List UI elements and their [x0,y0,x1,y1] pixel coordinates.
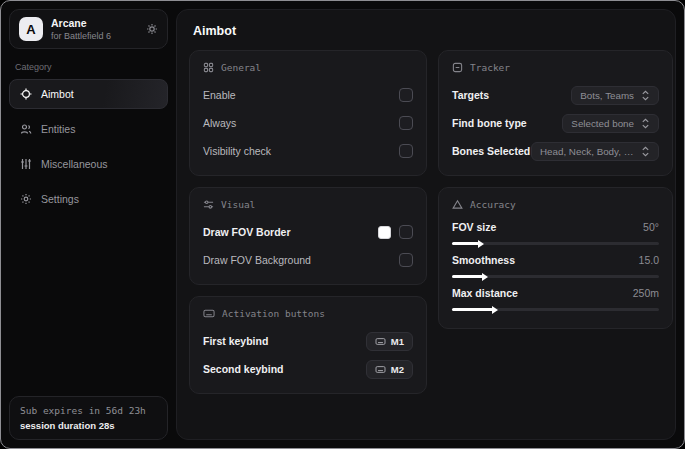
session-duration-text: session duration 28s [20,420,157,431]
select-value: Head, Neck, Body, Pe.. [540,146,634,157]
enable-checkbox[interactable] [399,88,413,102]
sliders-vertical-icon [20,158,32,170]
accuracy-panel-header: Accuracy [452,199,659,210]
setting-row-smoothness: Smoothness 15.0 [452,254,659,278]
setting-row-fov-size: FOV size 50° [452,221,659,245]
slider-fill[interactable] [452,308,493,311]
setting-label: Second keybind [203,363,284,375]
keyboard-icon [375,365,386,374]
smoothness-slider[interactable] [452,275,659,278]
max-distance-slider[interactable] [452,308,659,311]
setting-label: Bones Selected [452,145,530,157]
select-value: Bots, Teams [580,90,634,101]
visual-panel-header: Visual [203,199,413,210]
setting-row-targets: Targets Bots, Teams [452,84,659,106]
setting-row-draw-fov-border: Draw FOV Border [203,221,413,243]
draw-fov-border-checkbox[interactable] [399,225,413,239]
chevrons-up-down-icon [641,146,650,157]
setting-row-find-bone-type: Find bone type Selected bone [452,112,659,134]
bones-selected-select[interactable]: Head, Neck, Body, Pe.. [531,142,659,161]
tracker-panel-header: Tracker [452,62,659,73]
sidebar-item-entities[interactable]: Entities [9,114,168,144]
general-panel-header: General [203,62,413,73]
tracker-panel: Tracker Targets Bots, Teams [438,50,673,176]
sub-expiry-text: Sub expires in 56d 23h [20,405,157,416]
setting-row-second-keybind: Second keybind M2 [203,358,413,380]
category-label: Category [15,62,162,72]
subscription-info-card: Sub expires in 56d 23h session duration … [9,396,168,440]
app-meta: Arcane for Battlefield 6 [51,17,138,41]
visibility-check-checkbox[interactable] [399,144,413,158]
entities-icon [20,123,32,135]
keybind-value: M1 [391,336,404,347]
setting-row-enable: Enable [203,84,413,106]
left-column: General Enable Always Visibility check [189,50,427,405]
setting-label: First keybind [203,335,268,347]
first-keybind-button[interactable]: M1 [366,332,413,351]
app-subtitle: for Battlefield 6 [51,31,138,41]
setting-label: Find bone type [452,117,527,129]
setting-label: FOV size [452,221,496,233]
visual-panel-title: Visual [221,199,255,210]
sidebar-item-miscellaneous[interactable]: Miscellaneous [9,149,168,179]
grid-icon [203,62,214,73]
slider-fill[interactable] [452,242,479,245]
main-content: Aimbot General [176,9,676,440]
square-minus-icon [452,62,463,73]
keyboard-icon [203,308,215,319]
sidebar-item-settings[interactable]: Settings [9,184,168,214]
sidebar-item-label: Entities [41,123,75,135]
sidebar: A Arcane for Battlefield 6 Category Aimb [1,1,176,448]
activation-buttons-panel: Activation buttons First keybind [189,296,427,394]
setting-row-always: Always [203,112,413,134]
gear-icon [20,193,32,205]
general-panel: General Enable Always Visibility check [189,50,427,176]
accuracy-panel: Accuracy FOV size 50° [438,187,673,329]
app-header-card: A Arcane for Battlefield 6 [9,9,168,49]
setting-label: Enable [203,89,236,101]
second-keybind-button[interactable]: M2 [366,360,413,379]
sliders-horizontal-icon [203,199,214,210]
app-name: Arcane [51,17,138,29]
general-panel-title: General [221,62,261,73]
always-checkbox[interactable] [399,116,413,130]
setting-row-bones-selected: Bones Selected Head, Neck, Body, Pe.. [452,140,659,162]
visual-panel: Visual Draw FOV Border Draw FOV Backgrou… [189,187,427,285]
sidebar-item-label: Aimbot [41,88,74,100]
find-bone-type-select[interactable]: Selected bone [562,114,659,133]
gear-icon[interactable] [146,23,158,35]
keybind-value: M2 [391,364,404,375]
setting-label: Visibility check [203,145,271,157]
select-value: Selected bone [571,118,634,129]
setting-label: Max distance [452,287,518,299]
setting-label: Draw FOV Border [203,226,291,238]
accuracy-panel-title: Accuracy [470,199,516,210]
crosshair-icon [20,88,32,100]
keyboard-icon [375,337,386,346]
app-logo: A [19,17,43,41]
setting-label: Always [203,117,236,129]
max-distance-value: 250m [633,287,659,299]
setting-label: Targets [452,89,489,101]
setting-row-visibility-check: Visibility check [203,140,413,162]
setting-label: Draw FOV Background [203,254,311,266]
activation-panel-title: Activation buttons [222,308,325,319]
smoothness-value: 15.0 [639,254,659,266]
tracker-panel-title: Tracker [470,62,510,73]
chevrons-up-down-icon [641,118,650,129]
color-swatch[interactable] [378,226,391,239]
setting-label: Smoothness [452,254,515,266]
setting-row-draw-fov-background: Draw FOV Background [203,249,413,271]
sidebar-item-aimbot[interactable]: Aimbot [9,79,168,109]
sidebar-item-label: Settings [41,193,79,205]
app-window: A Arcane for Battlefield 6 Category Aimb [0,0,685,449]
fov-size-slider[interactable] [452,242,659,245]
fov-size-value: 50° [643,221,659,233]
targets-select[interactable]: Bots, Teams [571,86,659,105]
draw-fov-background-checkbox[interactable] [399,253,413,267]
sidebar-item-label: Miscellaneous [41,158,108,170]
right-column: Tracker Targets Bots, Teams [438,50,673,340]
setting-row-first-keybind: First keybind M1 [203,330,413,352]
activation-panel-header: Activation buttons [203,308,413,319]
slider-fill[interactable] [452,275,483,278]
